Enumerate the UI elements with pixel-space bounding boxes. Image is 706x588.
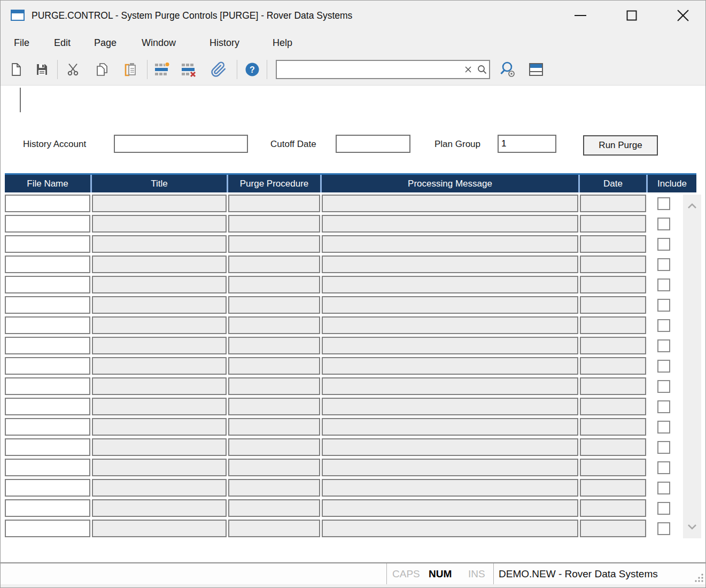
- menu-help[interactable]: Help: [269, 30, 296, 55]
- menu-page[interactable]: Page: [91, 30, 120, 55]
- cell-file-name[interactable]: [5, 195, 90, 212]
- vertical-scrollbar[interactable]: [683, 195, 701, 538]
- cell-file-name[interactable]: [5, 235, 90, 253]
- toolbar-separator: [147, 60, 148, 79]
- scroll-down-button[interactable]: [683, 519, 701, 535]
- include-checkbox[interactable]: [657, 502, 670, 515]
- table-row: [5, 418, 696, 436]
- close-button[interactable]: [671, 1, 695, 30]
- include-checkbox[interactable]: [657, 218, 670, 230]
- table-body: [5, 195, 696, 540]
- delete-row-button[interactable]: [180, 61, 197, 78]
- column-header-processing-message[interactable]: Processing Message: [322, 175, 578, 192]
- include-checkbox[interactable]: [657, 380, 670, 393]
- save-button[interactable]: [33, 61, 50, 78]
- include-checkbox[interactable]: [657, 421, 670, 434]
- cell-file-name[interactable]: [5, 256, 90, 273]
- cell-title: [92, 235, 227, 253]
- table-row: [5, 276, 696, 293]
- paste-button[interactable]: [122, 61, 139, 78]
- svg-text:?: ?: [250, 65, 255, 74]
- cutoff-date-field[interactable]: [336, 135, 410, 153]
- attachment-button[interactable]: [210, 61, 227, 78]
- search-records-button[interactable]: [499, 61, 516, 78]
- cell-file-name[interactable]: [5, 479, 90, 497]
- cell-file-name[interactable]: [5, 296, 90, 314]
- menu-file[interactable]: File: [11, 30, 33, 55]
- cell-title: [92, 479, 227, 497]
- history-account-field[interactable]: [114, 135, 248, 153]
- include-checkbox[interactable]: [657, 482, 670, 494]
- toolbar-separator: [267, 60, 267, 79]
- run-purge-button[interactable]: Run Purge: [583, 135, 658, 156]
- copy-icon: [95, 62, 110, 77]
- new-document-button[interactable]: [7, 61, 25, 78]
- cell-file-name[interactable]: [5, 418, 90, 436]
- include-checkbox[interactable]: [657, 400, 670, 413]
- cell-file-name[interactable]: [5, 377, 90, 395]
- cell-file-name[interactable]: [5, 276, 90, 293]
- help-button[interactable]: ?: [244, 61, 261, 78]
- scroll-up-button[interactable]: [683, 198, 701, 214]
- cell-date: [580, 337, 646, 354]
- column-header-date[interactable]: Date: [580, 175, 646, 192]
- include-checkbox[interactable]: [657, 319, 670, 332]
- cell-file-name[interactable]: [5, 337, 90, 354]
- menu-history[interactable]: History: [206, 30, 243, 55]
- cell-file-name[interactable]: [5, 357, 90, 375]
- cell-purge-procedure: [228, 438, 320, 456]
- cell-title: [92, 215, 227, 233]
- toggle-layout-button[interactable]: [527, 61, 545, 78]
- search-submit-button[interactable]: [475, 63, 489, 76]
- menu-edit[interactable]: Edit: [51, 30, 74, 55]
- cell-file-name[interactable]: [5, 398, 90, 415]
- clear-search-button[interactable]: [461, 63, 475, 76]
- include-checkbox[interactable]: [657, 258, 670, 271]
- include-checkbox[interactable]: [657, 360, 670, 373]
- cell-file-name[interactable]: [5, 499, 90, 517]
- minimize-button[interactable]: [568, 1, 593, 30]
- cell-date: [580, 296, 646, 314]
- cell-purge-procedure: [228, 215, 320, 233]
- cell-file-name[interactable]: [5, 215, 90, 233]
- cell-file-name[interactable]: [5, 316, 90, 334]
- maximize-button[interactable]: [619, 1, 644, 30]
- cell-purge-procedure: [228, 337, 320, 354]
- include-checkbox[interactable]: [657, 238, 670, 251]
- insert-row-button[interactable]: [153, 61, 170, 78]
- resize-grip-icon[interactable]: [694, 572, 704, 583]
- copy-button[interactable]: [94, 61, 111, 78]
- cell-file-name[interactable]: [5, 438, 90, 456]
- toolbar-separator: [57, 60, 58, 79]
- include-checkbox[interactable]: [657, 522, 670, 535]
- cell-processing-message: [322, 296, 578, 314]
- column-header-purge-procedure[interactable]: Purge Procedure: [228, 175, 320, 192]
- search-input[interactable]: [277, 61, 461, 78]
- column-header-title[interactable]: Title: [92, 175, 227, 192]
- save-icon: [34, 62, 49, 77]
- table-row: [5, 296, 696, 314]
- cut-button[interactable]: [65, 61, 82, 78]
- include-checkbox[interactable]: [657, 299, 670, 312]
- include-checkbox[interactable]: [657, 339, 670, 352]
- column-header-include[interactable]: Include: [648, 175, 696, 192]
- plan-group-field[interactable]: [498, 135, 556, 153]
- menu-window[interactable]: Window: [138, 30, 179, 55]
- cell-title: [92, 499, 227, 517]
- cell-file-name[interactable]: [5, 520, 90, 537]
- cell-processing-message: [322, 459, 578, 476]
- cell-date: [580, 195, 646, 212]
- title-bar[interactable]: PURGE.CONTROL - System Purge Controls [P…: [1, 1, 705, 30]
- cell-purge-procedure: [228, 377, 320, 395]
- include-checkbox[interactable]: [657, 461, 670, 474]
- include-checkbox[interactable]: [657, 197, 670, 210]
- cell-date: [580, 377, 646, 395]
- delete-row-icon: [181, 62, 197, 77]
- cell-title: [92, 316, 227, 334]
- cutoff-date-label: Cutoff Date: [270, 135, 316, 153]
- include-checkbox[interactable]: [657, 278, 670, 291]
- cell-file-name[interactable]: [5, 459, 90, 476]
- column-header-file-name[interactable]: File Name: [5, 175, 90, 192]
- include-checkbox[interactable]: [657, 441, 670, 454]
- chevron-down-icon: [687, 523, 697, 531]
